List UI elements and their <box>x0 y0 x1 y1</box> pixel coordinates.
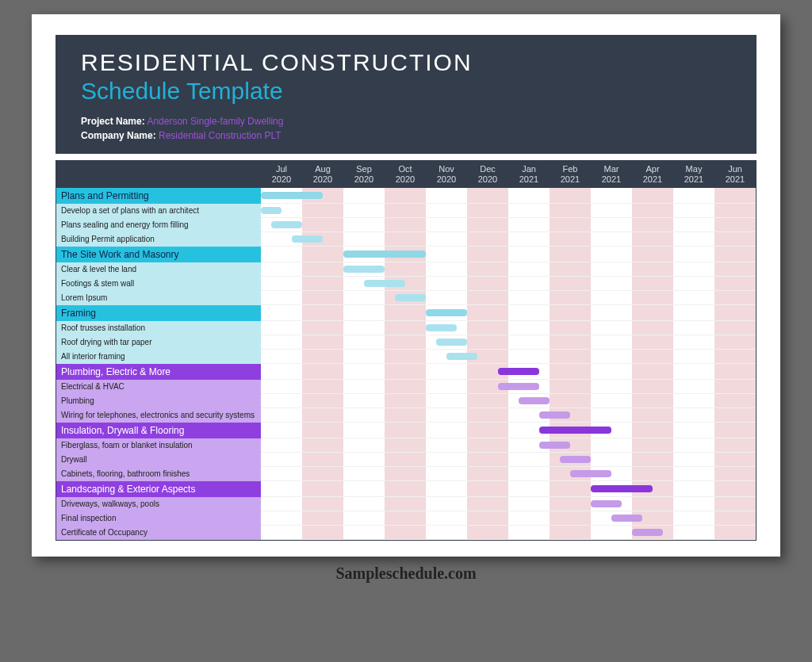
task-row: Electrical & HVAC <box>56 380 756 394</box>
chart-cell <box>261 408 756 423</box>
gantt-bar <box>446 353 477 360</box>
gantt-bar <box>539 411 570 419</box>
gantt-body: Plans and PermittingDevelop a set of pla… <box>56 188 756 540</box>
month-header: Oct2020 <box>385 161 426 188</box>
chart-cell <box>261 364 756 380</box>
timeline-header: Jul2020Aug2020Sep2020Oct2020Nov2020Dec20… <box>56 161 756 188</box>
task-label: Certificate of Occupancy <box>56 526 261 540</box>
watermark: Sampleschedule.com <box>335 564 476 583</box>
chart-cell <box>261 423 756 438</box>
section-label: Plans and Permitting <box>56 188 261 204</box>
chart-cell <box>261 350 756 364</box>
task-row: Roof drying with tar paper <box>56 335 756 350</box>
header-gap <box>56 154 756 160</box>
gantt-bar <box>364 280 405 287</box>
chart-cell <box>261 204 756 218</box>
chart-cell <box>261 380 756 394</box>
task-label: Clear & level the land <box>56 262 261 277</box>
month-header: Mar2021 <box>591 161 632 188</box>
task-row: Drywall <box>56 453 756 467</box>
chart-cell <box>261 291 756 305</box>
chart-cell <box>261 497 756 511</box>
gantt-bar <box>271 221 302 228</box>
gantt-bar <box>560 456 591 463</box>
gantt-bar <box>292 235 323 243</box>
gantt-bar <box>261 207 282 214</box>
month-header: May2021 <box>673 161 714 188</box>
task-row: Develop a set of plans with an architect <box>56 204 756 218</box>
task-row: Plans sealing and energy form filling <box>56 218 756 232</box>
month-columns: Jul2020Aug2020Sep2020Oct2020Nov2020Dec20… <box>261 161 756 188</box>
gantt-bar <box>343 251 426 258</box>
task-label: Develop a set of plans with an architect <box>56 204 261 218</box>
gantt-bar <box>591 485 653 492</box>
task-row: Final inspection <box>56 511 756 526</box>
task-label: Electrical & HVAC <box>56 380 261 394</box>
month-header: Jan2021 <box>508 161 550 188</box>
section-label: The Site Work and Masonry <box>56 247 261 262</box>
chart-cell <box>261 262 756 277</box>
section-row: Plans and Permitting <box>56 188 756 204</box>
project-name-label: Project Name: <box>81 116 145 127</box>
month-header: Feb2021 <box>550 161 591 188</box>
gantt-bar <box>539 427 611 434</box>
month-header: Jul2020 <box>261 161 302 188</box>
gantt-bar <box>570 470 611 477</box>
task-label: Footings & stem wall <box>56 277 261 291</box>
section-row: Framing <box>56 305 756 321</box>
project-name-row: Project Name: Anderson Single-family Dwe… <box>81 116 731 127</box>
timeline-header-spacer <box>56 161 261 188</box>
task-row: Wiring for telephones, electronics and s… <box>56 408 756 423</box>
gantt-bar <box>632 529 663 536</box>
task-label: Wiring for telephones, electronics and s… <box>56 408 261 423</box>
gantt-bar <box>611 515 642 522</box>
section-row: Landscaping & Exterior Aspects <box>56 481 756 497</box>
section-label: Landscaping & Exterior Aspects <box>56 481 261 497</box>
month-header: Aug2020 <box>302 161 343 188</box>
task-row: Certificate of Occupancy <box>56 526 756 540</box>
title-line-2: Schedule Template <box>81 78 731 105</box>
task-label: Lorem Ipsum <box>56 291 261 305</box>
month-header: Sep2020 <box>343 161 385 188</box>
chart-cell <box>261 305 756 321</box>
gantt-bar <box>343 266 385 273</box>
chart-cell <box>261 394 756 408</box>
section-label: Plumbing, Electric & More <box>56 364 261 380</box>
gantt-bar <box>498 368 539 375</box>
gantt-bar <box>519 397 550 404</box>
gantt-bar <box>426 324 457 331</box>
task-row: Fiberglass, foam or blanket insulation <box>56 438 756 453</box>
company-name-label: Company Name: <box>81 130 156 141</box>
chart-cell <box>261 277 756 291</box>
chart-cell <box>261 321 756 335</box>
task-label: Fiberglass, foam or blanket insulation <box>56 438 261 453</box>
gantt-bar <box>426 309 467 316</box>
chart-cell <box>261 526 756 540</box>
month-header: Jun2021 <box>714 161 756 188</box>
gantt-chart: Jul2020Aug2020Sep2020Oct2020Nov2020Dec20… <box>56 160 756 541</box>
task-label: Driveways, walkways, pools <box>56 497 261 511</box>
task-row: Cabinets, flooring, bathroom finishes <box>56 467 756 481</box>
title-line-1: RESIDENTIAL CONSTRUCTION <box>81 49 731 76</box>
section-label: Insulation, Drywall & Flooring <box>56 423 261 438</box>
company-name-row: Company Name: Residential Construction P… <box>81 130 731 141</box>
task-label: Final inspection <box>56 511 261 526</box>
chart-cell <box>261 188 756 204</box>
task-row: Footings & stem wall <box>56 277 756 291</box>
task-row: All interior framing <box>56 350 756 364</box>
task-row: Roof trusses installation <box>56 321 756 335</box>
gantt-bar <box>395 294 426 301</box>
month-header: Apr2021 <box>632 161 673 188</box>
chart-cell <box>261 481 756 497</box>
task-row: Clear & level the land <box>56 262 756 277</box>
task-label: All interior framing <box>56 350 261 364</box>
gantt-bar <box>261 192 323 199</box>
task-label: Cabinets, flooring, bathroom finishes <box>56 467 261 481</box>
chart-cell <box>261 218 756 232</box>
chart-cell <box>261 232 756 247</box>
task-row: Building Permit application <box>56 232 756 247</box>
month-header: Dec2020 <box>467 161 508 188</box>
gantt-bar <box>591 500 622 507</box>
chart-cell <box>261 467 756 481</box>
chart-cell <box>261 511 756 526</box>
